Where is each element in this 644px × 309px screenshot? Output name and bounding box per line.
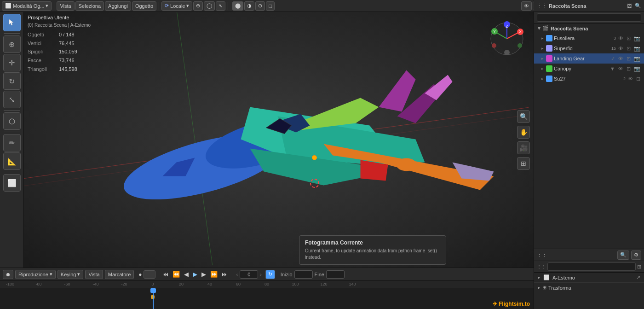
end-frame-input[interactable]: 500 xyxy=(326,270,345,279)
keying-dropdown[interactable]: Keying ▾ xyxy=(58,270,84,279)
proportional-btn[interactable]: ◯ xyxy=(204,1,215,11)
fusoliera-select-icon[interactable]: ⊡ xyxy=(626,35,632,42)
grid-icon[interactable]: ⊞ xyxy=(517,157,530,170)
tool-transform[interactable]: ⬡ xyxy=(3,112,21,130)
timeline-mode-btn[interactable]: ⏺ xyxy=(3,270,13,279)
shading-material[interactable]: ◑ xyxy=(244,1,254,11)
play-btn[interactable]: ▶ xyxy=(191,270,199,279)
jump-start-btn[interactable]: ⏮ xyxy=(161,270,170,279)
superfici-render-icon[interactable]: 📷 xyxy=(633,45,641,52)
tool-measure[interactable]: 📐 xyxy=(3,152,21,170)
snap-btn[interactable]: ⊕ xyxy=(193,1,203,11)
filter-icon[interactable]: 🔍 xyxy=(635,3,641,9)
landing-gear-render-icon[interactable]: 📷 xyxy=(633,55,641,62)
current-frame-input[interactable]: 0 xyxy=(240,270,258,279)
tick-60: 60 xyxy=(236,282,241,286)
tick--60: -60 xyxy=(64,282,70,286)
outliner-search-input[interactable] xyxy=(537,13,641,22)
transform-dropdown[interactable]: ⟳ Locale ▾ xyxy=(161,1,192,11)
superfici-select-icon[interactable]: ⊡ xyxy=(626,45,632,52)
brp-item-vis[interactable]: ↗ xyxy=(636,274,640,280)
outliner-item-su27[interactable]: ▸ Su27 2 👁 ⊡ xyxy=(534,74,644,84)
marcatore-menu[interactable]: Marcatore xyxy=(105,270,134,279)
tool-rotate[interactable]: ↻ xyxy=(3,72,21,90)
su27-badge: 2 xyxy=(623,76,626,81)
brp-icon: ⋮⋮ xyxy=(537,252,547,258)
loop-btn[interactable]: ↻ xyxy=(265,270,275,279)
menu-vista[interactable]: Vista xyxy=(57,1,74,11)
landing-gear-select-icon[interactable]: ⊡ xyxy=(626,55,632,62)
tick-120: 120 xyxy=(320,282,327,286)
scene-icon: 🎬 xyxy=(542,25,549,31)
tool-scale[interactable]: ⤡ xyxy=(3,91,21,108)
start-frame-input[interactable]: 0 xyxy=(294,270,313,279)
viewport[interactable]: Prospettiva Utente (0) Raccolta Scena | … xyxy=(24,12,534,268)
keyframe-dot[interactable]: ● xyxy=(138,271,142,278)
svg-text:X: X xyxy=(519,29,522,34)
brp-item-a-esterno[interactable]: ▸ ⬜ A-Esterno ↗ xyxy=(534,273,644,282)
sep2 xyxy=(159,2,159,10)
outliner-item-fusoliera[interactable]: ▸ Fusoliera 3 👁 ⊡ 📷 xyxy=(534,33,644,43)
frame-next-btn[interactable]: › xyxy=(260,272,262,277)
jump-end-btn[interactable]: ⏭ xyxy=(220,270,229,279)
prev-keyframe-btn[interactable]: ⏪ xyxy=(171,270,181,279)
tooltip: Fotogramma Corrente Current frame, to up… xyxy=(299,235,446,265)
svg-text:Y: Y xyxy=(493,29,496,34)
tris-label: Triangoli xyxy=(28,65,55,74)
tick--20: -20 xyxy=(121,282,127,286)
scene-collection[interactable]: ▾ 🎬 Raccolta Scena xyxy=(534,23,644,33)
timeline-track[interactable] xyxy=(0,288,534,309)
step-forward-btn[interactable]: ▶ xyxy=(200,270,207,279)
outliner-item-landing-gear[interactable]: ▸ Landing Gear ✓ 👁 ⊡ 📷 xyxy=(534,53,644,64)
next-keyframe-btn[interactable]: ⏩ xyxy=(209,270,219,279)
canopy-render-icon[interactable]: 📷 xyxy=(633,65,641,72)
menu-seleziona[interactable]: Seleziona xyxy=(75,1,104,11)
tool-annotate[interactable]: ✏ xyxy=(3,134,21,152)
canopy-select-icon[interactable]: ⊡ xyxy=(626,65,632,72)
tool-select[interactable] xyxy=(3,14,21,31)
su27-vis-icon[interactable]: 👁 xyxy=(627,76,634,82)
landing-gear-actions: ✓ 👁 ⊡ 📷 xyxy=(610,55,641,62)
faces-value: 73,746 xyxy=(59,56,75,65)
frame-prev-btn[interactable]: ‹ xyxy=(236,272,238,277)
view-layer-icon[interactable]: 🖼 xyxy=(627,3,632,9)
brp-search-btn[interactable]: 🔍 xyxy=(617,251,629,260)
wave-btn[interactable]: ∿ xyxy=(216,1,225,11)
menu-aggiungi[interactable]: Aggiungi xyxy=(105,1,131,11)
step-back-btn[interactable]: ◀ xyxy=(183,270,190,279)
svg-point-3 xyxy=(312,155,317,160)
vista-menu[interactable]: Vista xyxy=(85,270,103,279)
brp-search-input[interactable] xyxy=(547,262,636,271)
brp-options-btn[interactable]: ⚙ xyxy=(631,251,641,260)
canopy-vis-icon[interactable]: 👁 xyxy=(617,65,624,72)
zoom-icon[interactable]: 🔍 xyxy=(517,110,530,123)
menu-oggetto[interactable]: Oggetto xyxy=(132,1,156,11)
tool-cursor[interactable]: ⊕ xyxy=(3,35,21,53)
timeline-area[interactable]: -100 -80 -60 -40 -20 0 20 40 60 80 100 1… xyxy=(0,281,534,309)
landing-gear-vis-icon[interactable]: 👁 xyxy=(617,55,624,62)
canopy-special[interactable]: ▼ xyxy=(609,65,616,72)
camera-icon[interactable]: 🎥 xyxy=(517,141,530,154)
outliner-panel: ⋮⋮ Raccolta Scena 🖼 🔍 ▾ 🎬 Raccolta Scena… xyxy=(534,0,644,249)
outliner-item-canopy[interactable]: ▸ Canopy ▼ 👁 ⊡ 📷 xyxy=(534,64,644,74)
riproduzione-dropdown[interactable]: Riproduzione ▾ xyxy=(15,270,56,279)
outliner-item-superfici[interactable]: ▸ Superfici 15 👁 ⊡ 📷 xyxy=(534,43,644,53)
tool-add[interactable]: ⬜ xyxy=(3,174,21,192)
shading-rendered[interactable]: ⊙ xyxy=(255,1,265,11)
superfici-vis-icon[interactable]: 👁 xyxy=(617,45,624,52)
fusoliera-vis-icon[interactable]: 👁 xyxy=(617,35,624,42)
canopy-actions: ▼ 👁 ⊡ 📷 xyxy=(609,65,641,72)
hand-icon[interactable]: ✋ xyxy=(517,126,530,139)
shading-solid[interactable]: ⬤ xyxy=(232,1,243,11)
fusoliera-render-icon[interactable]: 📷 xyxy=(633,35,641,42)
tool-move[interactable]: ✛ xyxy=(3,54,21,71)
vertices-value: 76,445 xyxy=(59,39,75,48)
su27-select-icon[interactable]: ⊡ xyxy=(635,76,641,82)
keyframe-toggle[interactable] xyxy=(144,270,155,279)
mode-dropdown[interactable]: ⬜ Modalità Og... ▾ xyxy=(2,1,52,11)
landing-gear-check[interactable]: ✓ xyxy=(610,55,616,62)
shading-wireframe[interactable]: □ xyxy=(266,1,275,11)
viewport-gizmo[interactable]: Z X Y xyxy=(489,20,525,57)
gizmo-btn[interactable]: 👁 xyxy=(521,1,532,11)
brp-filter-icon[interactable]: ⊞ xyxy=(637,264,641,270)
